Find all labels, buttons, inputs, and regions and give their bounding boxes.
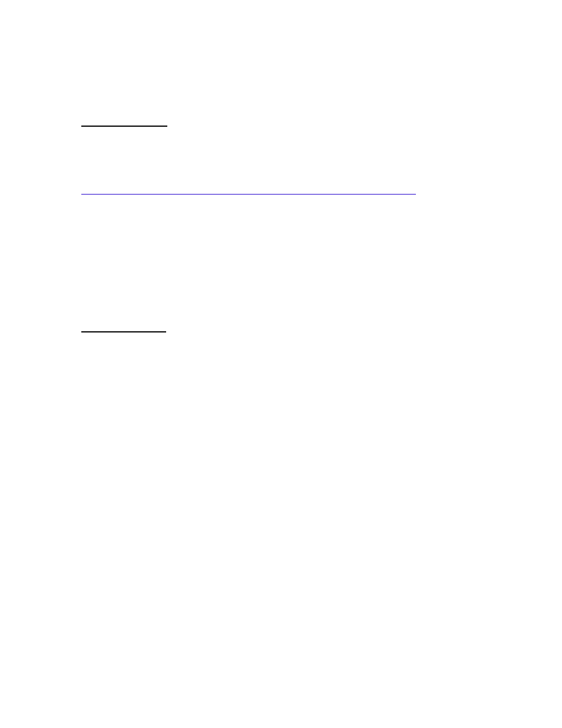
- horizontal-rule: [81, 126, 167, 127]
- horizontal-rule: [81, 331, 166, 332]
- link-underline: [81, 194, 416, 195]
